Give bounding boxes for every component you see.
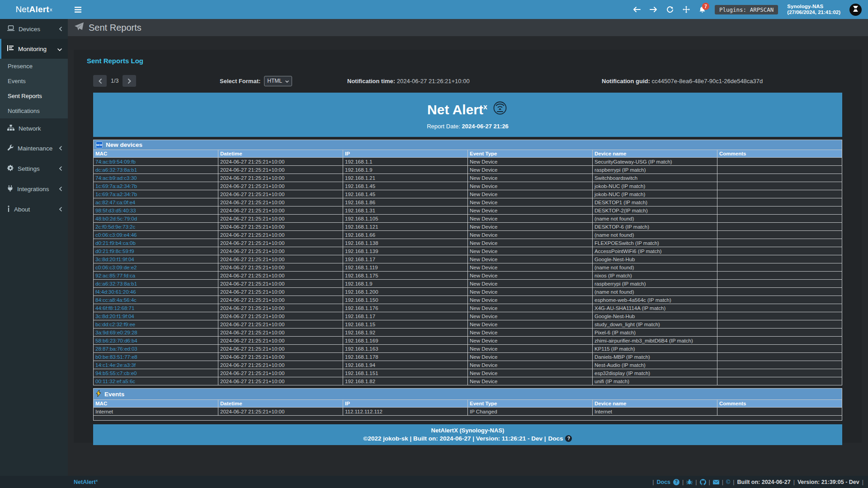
table-row: 3c:8d:20:f1:9f:042024-06-27 21:25:21+10:…	[94, 312, 842, 320]
copyright-icon[interactable]: ©	[726, 479, 730, 485]
sidebar-item-maintenance[interactable]: Maintenance	[0, 138, 68, 159]
mac-cell[interactable]: ac:82:47:ca:0f:e4	[94, 198, 218, 206]
mac-cell[interactable]: dc:a6:32:73:8a:b1	[94, 280, 218, 288]
refresh-button[interactable]	[666, 6, 674, 13]
user-avatar[interactable]	[849, 4, 862, 16]
report-title-text: Net Alert	[427, 102, 483, 117]
ip-cell: 192.168.1.9	[343, 280, 468, 288]
mac-cell[interactable]: d0:21:f9:8c:59:f9	[94, 247, 218, 255]
mac-cell[interactable]: 48:b0:2d:5c:79:0d	[94, 215, 218, 223]
hamburger-icon	[75, 7, 81, 13]
footer-brand-link[interactable]: NetAlertx	[74, 479, 98, 485]
email-icon[interactable]	[713, 480, 719, 484]
sidebar-item-integrations[interactable]: Integrations	[0, 179, 68, 199]
mac-cell[interactable]: 44:6f:f8:12:68:71	[94, 304, 218, 312]
notification-guid: Notification guid: cc44507e-8ea6-48e7-90…	[602, 78, 763, 84]
device-name-cell: esphome-web-4a564c (IP match)	[593, 296, 717, 304]
nav-forward-button[interactable]	[650, 6, 657, 13]
report-controls: 1/3 Select Format: HTML Notification tim…	[93, 75, 842, 87]
separator: |	[722, 479, 723, 485]
notifications-bell-button[interactable]: 7	[699, 6, 706, 13]
sidebar-item-devices[interactable]: Devices	[0, 19, 68, 39]
ip-cell: 192.168.1.9	[343, 166, 468, 174]
sidebar-item-sent-reports[interactable]: Sent Reports	[0, 89, 68, 103]
sidebar-toggle-button[interactable]	[68, 0, 88, 19]
mac-cell[interactable]: 1c:69:7a:a2:34:7b	[94, 182, 218, 190]
next-page-button[interactable]	[123, 75, 136, 87]
separator: |	[793, 479, 795, 485]
prev-page-button[interactable]	[93, 75, 107, 87]
mac-cell[interactable]: 94:b5:55:c7:cb:e0	[94, 369, 218, 377]
info-icon	[7, 206, 10, 213]
notification-guid-label: Notification guid:	[602, 78, 650, 84]
event-type-cell: New Device	[468, 190, 593, 198]
ip-cell: 192.168.1.15	[343, 320, 468, 328]
footer-docs-link[interactable]: Docs	[656, 479, 670, 485]
host-timestamp: (27/06/2024, 21:41:02)	[787, 9, 840, 15]
ip-cell: 192.168.1.169	[343, 337, 468, 345]
sidebar-item-monitoring[interactable]: Monitoring	[0, 39, 68, 59]
report-date-label: Report Date:	[427, 123, 460, 130]
mac-cell[interactable]: 00:11:32:ef:a5:6c	[94, 377, 218, 385]
mac-cell[interactable]: b0:be:83:51:77:e8	[94, 353, 218, 361]
sidebar-item-events[interactable]: Events	[0, 74, 68, 89]
table-row: c0:06:c3:09:de:e22024-06-27 21:25:21+10:…	[94, 263, 842, 272]
nav-back-button[interactable]	[633, 6, 641, 13]
plug-icon	[7, 185, 13, 193]
mac-cell[interactable]: 84:cc:a8:4a:56:4c	[94, 296, 218, 304]
mac-cell[interactable]: 3c:8d:20:f1:9f:04	[94, 312, 218, 320]
mac-cell[interactable]: d0:21:f9:b4:ca:0b	[94, 239, 218, 247]
comments-cell	[717, 206, 842, 215]
mac-cell[interactable]: c0:06:c3:09:de:e2	[94, 263, 218, 272]
report-docs-link[interactable]: Docs	[548, 435, 563, 442]
table-row: 92:ac:85:77:fd:ca2024-06-27 21:25:21+10:…	[94, 272, 842, 280]
app-logo[interactable]: NetAlertx	[0, 0, 68, 19]
separator: |	[709, 479, 710, 485]
question-circle-icon[interactable]: ?	[565, 435, 572, 442]
sidebar-item-about[interactable]: About	[0, 199, 68, 220]
mac-cell[interactable]: 14:c1:4e:2e:a3:3f	[94, 361, 218, 369]
mac-cell[interactable]: 28:87:ba:76:ed:03	[94, 345, 218, 353]
question-circle-icon[interactable]: ?	[673, 479, 679, 485]
comments-cell	[717, 304, 842, 312]
datetime-cell: 2024-06-27 21:25:21+10:00	[218, 182, 343, 190]
footer-right: | Docs ? | | | | © | Built on: 2024-06-2…	[652, 479, 868, 485]
plugins-status-badge[interactable]: Plugins: ARPSCAN	[715, 5, 778, 14]
mac-cell[interactable]: 3c:8d:20:f1:9f:04	[94, 255, 218, 263]
column-header-ip: IP	[343, 150, 468, 158]
table-row: 2c:f0:5d:9e:73:2c2024-06-27 21:25:21+10:…	[94, 223, 842, 231]
mac-cell[interactable]: 74:ac:b9:ad:c3:30	[94, 174, 218, 182]
ip-cell: 192.168.1.178	[343, 353, 468, 361]
card-title-link[interactable]: Sent Reports Log	[87, 57, 849, 65]
format-select[interactable]: HTML	[264, 76, 292, 86]
mac-cell[interactable]: f4:4d:30:61:20:46	[94, 288, 218, 296]
mac-cell[interactable]: 74:ac:b9:54:09:fb	[94, 158, 218, 166]
datetime-cell: 2024-06-27 21:25:21+10:00	[218, 263, 343, 272]
page-title: Sent Reports	[89, 23, 142, 33]
sidebar-item-settings[interactable]: Settings	[0, 159, 68, 179]
mac-cell[interactable]: 1c:69:7a:a2:34:7b	[94, 190, 218, 198]
datetime-cell: 2024-06-27 21:25:21+10:00	[218, 353, 343, 361]
mac-cell[interactable]: c0:06:c3:09:e4:46	[94, 231, 218, 239]
github-icon[interactable]	[700, 479, 706, 485]
mac-cell[interactable]: bc:dd:c2:32:f9:ee	[94, 320, 218, 328]
move-layout-button[interactable]	[683, 6, 690, 13]
report-date: Report Date: 2024-06-27 21:26	[427, 123, 509, 130]
datetime-cell: 2024-06-27 21:25:21+10:00	[218, 223, 343, 231]
bug-report-icon[interactable]	[686, 479, 693, 485]
mac-cell[interactable]: 3a:9d:69:e0:29:28	[94, 328, 218, 337]
table-row: 48:b0:2d:5c:79:0d2024-06-27 21:25:21+10:…	[94, 215, 842, 223]
refresh-icon	[666, 6, 674, 13]
event-type-cell: New Device	[468, 182, 593, 190]
sidebar-item-network[interactable]: Network	[0, 118, 68, 138]
mac-cell[interactable]: dc:a6:32:73:8a:b1	[94, 166, 218, 174]
mac-cell[interactable]: 58:b6:23:70:d6:b4	[94, 337, 218, 345]
sidebar-item-notifications[interactable]: Notifications	[0, 103, 68, 118]
sidebar-item-label: Monitoring	[18, 46, 53, 52]
mac-cell[interactable]: 2c:f0:5d:9e:73:2c	[94, 223, 218, 231]
sidebar-item-presence[interactable]: Presence	[0, 59, 68, 74]
mac-cell[interactable]: 98:5f:d3:d5:40:33	[94, 206, 218, 215]
datetime-cell: 2024-06-27 21:25:21+10:00	[218, 190, 343, 198]
mac-cell[interactable]: 92:ac:85:77:fd:ca	[94, 272, 218, 280]
page-indicator: 1/3	[111, 78, 118, 84]
